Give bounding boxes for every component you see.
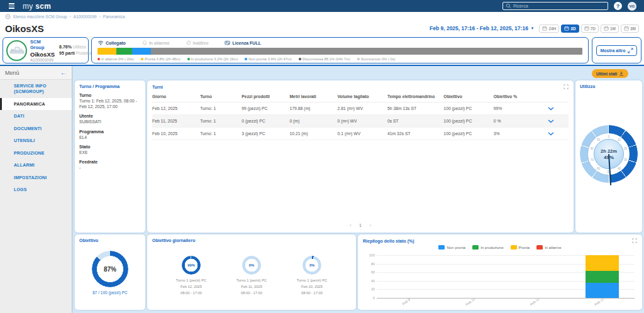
- chart-legend-label: Pronta: [519, 246, 530, 250]
- date-range-picker[interactable]: Feb 9, 2025, 17:16 - Feb 12, 2025, 17:16: [430, 25, 528, 31]
- hamburger-menu-icon[interactable]: [9, 3, 14, 9]
- field-label-turno: Turno: [79, 93, 141, 97]
- logo-my: my: [23, 2, 33, 11]
- range-button-7d[interactable]: 7D: [581, 25, 599, 33]
- table-row[interactable]: Feb 12, 2025Turno: 199 (pezzi) PC179.88 …: [152, 102, 569, 115]
- search-box[interactable]: [502, 2, 608, 10]
- gauge-tick-label: 0: [608, 135, 610, 138]
- cell-pezzi-prodotti: 3 (pezzi) PC: [242, 131, 289, 136]
- obiettivo-caption: 87 / 100 (pezzi) PC: [79, 290, 141, 295]
- daily-gauge-ring: 3%: [303, 256, 321, 275]
- breadcrumb-separator: ›: [99, 14, 101, 19]
- chevron-down-icon[interactable]: [533, 119, 569, 123]
- caption-line: Turno 1 (pezzi) PC: [289, 277, 335, 283]
- mostra-altro-button[interactable]: Mostra altro: [596, 45, 636, 56]
- utilizzo-panel: Utilizzo 0102030405060708090 2h 22m 49%: [575, 80, 642, 233]
- page-number[interactable]: 1: [359, 222, 362, 228]
- column-header-metri-lavorati: Metri lavorati: [289, 94, 337, 99]
- status-legend-item: Sconosciuto 0% ( 0s): [357, 57, 396, 61]
- table-row[interactable]: Feb 10, 2025Turno: 13 (pezzi) PC10.21 (m…: [152, 128, 569, 140]
- expand-icon[interactable]: [564, 84, 569, 89]
- chevron-down-icon[interactable]: [533, 107, 569, 111]
- sidebar-item-documenti[interactable]: DOCUMENTI: [0, 123, 72, 135]
- field-value-turno: Turno 1: Feb 12, 2025, 08:00 - Feb 12, 2…: [79, 98, 141, 109]
- utilizzo-gauge: 0102030405060708090 2h 22m 49%: [580, 125, 638, 183]
- sidebar-item-utensili[interactable]: UTENSILI: [0, 135, 72, 146]
- stacked-bar-chart: 020406080100Feb 9Feb 10Feb 11Feb 12: [377, 255, 635, 298]
- cell-turno: Turno: 1: [200, 131, 242, 136]
- bar-segment-in-produzione: [586, 271, 619, 283]
- cell-giorno: Feb 12, 2025: [152, 106, 200, 111]
- ultimi-stati-label: Ultimi stati: [596, 72, 617, 76]
- cell-metri-lavorati: 0 (m): [289, 119, 337, 123]
- cell-tempo-elettromandrino: 41m 32s ST: [387, 131, 443, 136]
- range-button-24h[interactable]: 24H: [539, 25, 559, 33]
- breadcrumb-item-elenco-macchine-scm-group[interactable]: Elenco macchine SCM Group: [13, 14, 67, 19]
- sidebar-item-dati[interactable]: DATI: [0, 110, 72, 122]
- inactive-icon: [186, 40, 191, 45]
- cell-obiettivo: 0 %: [494, 119, 533, 123]
- turni-title: Turni: [152, 85, 163, 89]
- help-button[interactable]: ?: [614, 2, 622, 10]
- sidebar-item-allarmi[interactable]: ALLARMI: [0, 159, 72, 171]
- search-input[interactable]: [513, 4, 605, 8]
- sidebar-item-panoramica[interactable]: PANORAMICA: [0, 98, 72, 110]
- y-axis-label: 80: [371, 262, 375, 266]
- sidebar-item-produzione[interactable]: PRODUZIONE: [0, 147, 72, 159]
- sidebar-item-impostazioni[interactable]: IMPOSTAZIONI: [0, 172, 72, 184]
- status-segment-disconnessa: [151, 48, 582, 55]
- range-button-3m[interactable]: 3M: [621, 25, 639, 33]
- y-axis-label: 0: [373, 296, 375, 300]
- cell-tempo-elettromandrino: 0s ST: [387, 119, 443, 123]
- cell-obiettivo: 99%: [494, 106, 533, 111]
- legend-swatch: [511, 245, 517, 250]
- sidebar-item-logs[interactable]: LOGS: [0, 184, 72, 195]
- range-button-3d[interactable]: 3D: [561, 25, 579, 33]
- cell-pezzi-prodotti: 99 (pezzi) PC: [242, 106, 289, 111]
- sidebar-collapse-icon[interactable]: ←: [60, 69, 67, 76]
- daily-gauge-percent: 3%: [306, 259, 318, 272]
- status-segment-pronta: [97, 48, 116, 55]
- status-timeline-bar: [97, 48, 582, 55]
- gauge-tick-label: 30: [624, 158, 627, 161]
- status-badge-label: In allarme: [149, 41, 170, 45]
- status-legend-item: Disconnessa 88.1% (64h 7m): [299, 57, 350, 61]
- column-header-pezzi-prodotti: Pezzi prodotti: [242, 94, 289, 99]
- machine-serial: A100000099: [30, 58, 55, 62]
- gauge-tick-label: 70: [591, 158, 594, 161]
- breadcrumb-root-icon[interactable]: [5, 14, 11, 19]
- breadcrumb-item-panoramica[interactable]: Panoramica: [103, 14, 125, 19]
- utilizzo-value: 8.76%: [59, 45, 72, 49]
- expand-icon[interactable]: [632, 238, 637, 243]
- parti-value: 95 parti: [59, 51, 75, 55]
- legend-swatch: [438, 245, 445, 250]
- caption-line: 08:00 - 17:00: [289, 290, 335, 296]
- status-badge-collegato: Collegato: [97, 40, 126, 45]
- prev-page-button[interactable]: ‹: [350, 222, 352, 228]
- calendar-icon: [624, 26, 629, 31]
- breadcrumb-item-a100000099[interactable]: A100000099: [74, 14, 97, 19]
- chart-legend-label: In produzione: [480, 246, 503, 250]
- range-button-1m[interactable]: 1M: [601, 25, 619, 33]
- chevron-down-icon[interactable]: [533, 132, 569, 136]
- top-navbar: my scm ? VG: [0, 0, 644, 12]
- status-legend: In allarme 0% ( 20s)Pronta 3.8% (2h 48m)…: [97, 57, 582, 61]
- field-value-programma: EL4: [79, 135, 141, 140]
- legend-swatch: [536, 245, 543, 250]
- breadcrumb: Elenco macchine SCM Group›A100000099›Pan…: [0, 12, 644, 21]
- calendar-icon: [604, 26, 609, 31]
- legend-dot-icon: [357, 58, 360, 60]
- riepilogo-title: Riepilogo dello stato (%): [363, 239, 414, 243]
- ultimi-stati-button[interactable]: Ultimi stati: [592, 69, 628, 78]
- cell-obiettivo: 100 (pezzi) PC: [443, 106, 493, 111]
- cell-turno: Turno: 1: [200, 119, 242, 123]
- daily-gauge-ring: 99%: [182, 256, 201, 275]
- user-avatar[interactable]: VG: [628, 2, 636, 11]
- machine-status-card: CollegatoIn allarmeInattivoLicenza FULL …: [91, 37, 589, 63]
- next-page-button[interactable]: ›: [369, 222, 371, 228]
- sidebar-item-service-info-scmgroup[interactable]: SERVICE INFO (SCMGROUP): [0, 80, 72, 98]
- machine-name: OikosXS: [30, 51, 55, 58]
- chevron-down-icon[interactable]: ▾: [531, 26, 534, 31]
- app-logo[interactable]: my scm: [23, 2, 51, 11]
- table-row[interactable]: Feb 11, 2025Turno: 10 (pezzi) PC0 (m)0 (…: [152, 115, 569, 128]
